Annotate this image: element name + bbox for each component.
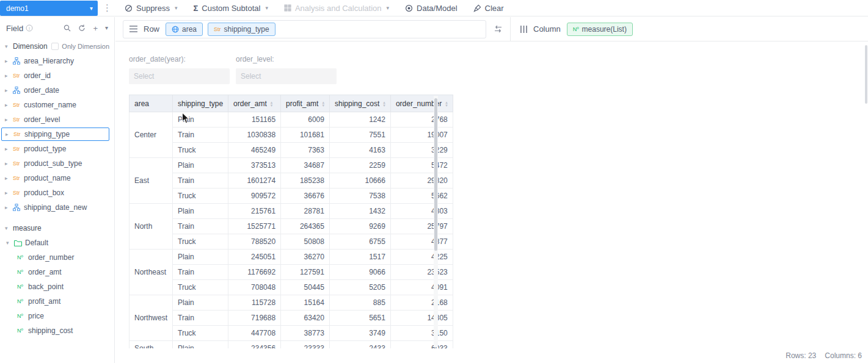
kebab-menu-icon[interactable]: ⋮ <box>103 2 111 13</box>
toolbar-clear[interactable]: Clear <box>473 4 504 13</box>
value-cell: 19007 <box>390 128 453 143</box>
filter-select-input[interactable] <box>236 68 337 84</box>
column-header-shipping_cost[interactable]: shipping_cost▴▾ <box>329 95 390 112</box>
field-item-order_amt[interactable]: Nºorder_amt <box>0 265 114 279</box>
value-cell: 115728 <box>228 295 281 311</box>
shelf-pill-area[interactable]: area <box>166 23 203 36</box>
field-item-product_type[interactable]: ▸Strproduct_type <box>0 142 114 156</box>
field-item-label: back_point <box>28 282 64 291</box>
field-item-order_date[interactable]: ▸order_date <box>0 83 114 98</box>
value-cell: 5651 <box>329 311 390 326</box>
value-cell: 1517 <box>329 250 390 265</box>
shelf-pill-measure-List-[interactable]: Nºmeasure(List) <box>567 23 633 36</box>
sort-icon[interactable]: ▴▾ <box>383 101 385 107</box>
field-item-profit_amt[interactable]: Nºprofit_amt <box>0 294 114 309</box>
measure-list: Nºorder_numberNºorder_amtNºback_pointNºp… <box>0 250 114 338</box>
string-type-icon: Str <box>13 190 24 196</box>
field-item-shipping_cost[interactable]: Nºshipping_cost <box>0 323 114 338</box>
toolbar-data-model[interactable]: Data/Model <box>405 4 457 13</box>
row-shelf-icon <box>129 26 137 32</box>
field-item-shipping_date_new[interactable]: ▸shipping_date_new <box>0 200 114 215</box>
column-header-label: area <box>134 99 149 108</box>
area-cell-North: North <box>129 204 173 250</box>
status-rows: Rows: 23 <box>786 351 816 360</box>
value-cell: 14305 <box>390 311 453 326</box>
pill-label: shipping_type <box>224 25 269 34</box>
value-cell: 9269 <box>329 219 390 234</box>
toolbar-suppress[interactable]: Suppress▾ <box>125 4 177 13</box>
shipping-type-cell: Train <box>173 311 228 326</box>
field-item-customer_name[interactable]: ▸Strcustomer_name <box>0 98 114 112</box>
table-row: Train1030838101681755119007 <box>129 128 453 143</box>
measure-folder-default[interactable]: ▾ Default <box>0 235 114 250</box>
value-cell: 4091 <box>390 280 453 295</box>
table-row: Train71968863420565114305 <box>129 311 453 326</box>
field-item-label: shipping_date_new <box>24 203 87 212</box>
vertical-scrollbar[interactable] <box>865 45 867 104</box>
dimension-section-header[interactable]: ▾ Dimension Only Dimension <box>0 39 114 54</box>
filter-select-input[interactable] <box>129 68 230 84</box>
value-cell: 23333 <box>281 341 330 349</box>
field-item-label: product_box <box>24 189 64 197</box>
search-icon[interactable] <box>64 24 71 32</box>
value-cell: 1525771 <box>228 219 281 234</box>
field-item-price[interactable]: Nºprice <box>0 309 114 323</box>
caret-down-icon[interactable]: ▾ <box>105 25 108 31</box>
value-cell: 15164 <box>281 295 330 311</box>
column-header-order_amt[interactable]: order_amt▴▾ <box>228 95 281 112</box>
value-cell: 50808 <box>281 234 330 250</box>
field-item-order_level[interactable]: ▸Strorder_level <box>0 112 114 127</box>
field-item-label: product_type <box>24 145 66 153</box>
value-cell: 5472 <box>390 158 453 173</box>
only-dimension-toggle[interactable]: Only Dimension <box>51 43 114 50</box>
folder-icon <box>14 240 25 246</box>
field-tree: ▾ Dimension Only Dimension ▸area_Hierarc… <box>0 39 114 338</box>
table-row: Truck465249736341633229 <box>129 143 453 158</box>
field-item-shipping_type[interactable]: ▸Strshipping_type <box>1 128 109 141</box>
field-item-product_sub_type[interactable]: ▸Strproduct_sub_type <box>0 156 114 171</box>
value-cell: 465249 <box>228 143 281 158</box>
swap-axes-icon[interactable] <box>494 25 503 33</box>
shelf-pill-shipping_type[interactable]: Strshipping_type <box>208 23 275 36</box>
toolbar-custom-subtotal[interactable]: ΣCustom Subtotal▾ <box>193 4 268 13</box>
only-dimension-checkbox[interactable] <box>51 43 59 50</box>
table-scrollbar-thumb[interactable] <box>434 98 437 251</box>
table-row: Truck9095723667675385662 <box>129 189 453 204</box>
field-item-product_name[interactable]: ▸Strproduct_name <box>0 171 114 185</box>
field-item-order_number[interactable]: Nºorder_number <box>0 250 114 265</box>
value-cell: 3229 <box>390 143 453 158</box>
table-scrollbar[interactable] <box>434 96 438 347</box>
measure-section-header[interactable]: ▾ measure <box>0 221 114 235</box>
plus-icon[interactable]: + <box>93 24 98 32</box>
shipping-type-cell: Train <box>173 219 228 234</box>
caret-right-icon: ▸ <box>5 73 13 79</box>
field-item-order_id[interactable]: ▸Strorder_id <box>0 68 114 83</box>
sort-icon[interactable]: ▴▾ <box>445 101 448 107</box>
table-row: EastPlain3735133468722595472 <box>129 158 453 173</box>
table-row: NortheastPlain2450513627015174225 <box>129 250 453 265</box>
value-cell: 4303 <box>390 204 453 219</box>
toolbar-analysis-and-calculation: Analysis and Calculation▾ <box>284 4 389 13</box>
dataset-selector[interactable]: demo1 ▾ <box>0 1 98 16</box>
shipping-type-cell: Train <box>173 265 228 280</box>
value-cell: 25797 <box>390 219 453 234</box>
column-header-profit_amt[interactable]: profit_amt▴▾ <box>281 95 330 112</box>
hierarchy-icon <box>13 57 24 65</box>
hierarchy-icon <box>13 87 24 94</box>
value-cell: 1432 <box>329 204 390 219</box>
field-item-back_point[interactable]: Nºback_point <box>0 279 114 294</box>
value-cell: 373513 <box>228 158 281 173</box>
sort-icon[interactable]: ▴▾ <box>271 101 273 107</box>
value-cell: 909572 <box>228 189 281 204</box>
field-item-area_Hierarchy[interactable]: ▸area_Hierarchy <box>0 54 114 68</box>
value-cell: 29820 <box>390 173 453 189</box>
toolbar-item-label: Suppress <box>136 4 170 13</box>
field-item-product_box[interactable]: ▸Strproduct_box <box>0 185 114 200</box>
sort-icon[interactable]: ▴▾ <box>322 101 324 107</box>
refresh-icon[interactable] <box>78 24 86 32</box>
column-pills: Nºmeasure(List) <box>567 23 633 36</box>
table-row: CenterPlain151165600912422768 <box>129 112 453 128</box>
number-type-icon: Nº <box>17 284 28 290</box>
column-header-order_number[interactable]: order_number▴▾ <box>390 95 453 112</box>
only-dimension-label: Only Dimension <box>62 43 109 50</box>
